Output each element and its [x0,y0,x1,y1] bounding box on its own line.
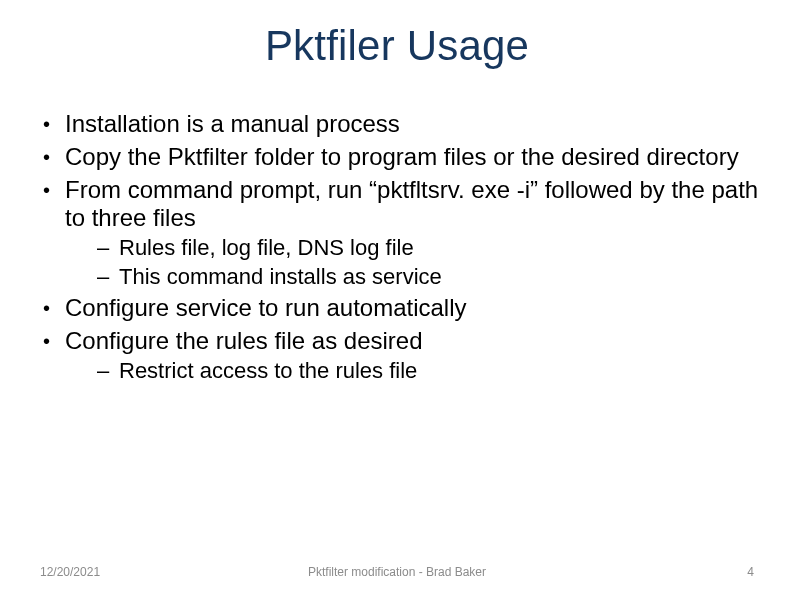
slide: Pktfiler Usage Installation is a manual … [0,0,794,595]
list-item: Configure service to run automatically [35,294,759,323]
bullet-text: Configure service to run automatically [65,294,467,321]
list-item: Restrict access to the rules file [65,358,759,384]
slide-body: Installation is a manual process Copy th… [35,110,759,388]
bullet-text: Copy the Pktfilter folder to program fil… [65,143,739,170]
list-item: This command installs as service [65,264,759,290]
list-item: Installation is a manual process [35,110,759,139]
list-item: Copy the Pktfilter folder to program fil… [35,143,759,172]
bullet-text: Rules file, log file, DNS log file [119,235,414,260]
list-item: Configure the rules file as desired Rest… [35,327,759,384]
bullet-text: Configure the rules file as desired [65,327,423,354]
bullet-text: Installation is a manual process [65,110,400,137]
bullet-list: Installation is a manual process Copy th… [35,110,759,384]
sub-list: Restrict access to the rules file [65,358,759,384]
sub-list: Rules file, log file, DNS log file This … [65,235,759,290]
slide-footer: 12/20/2021 Pktfilter modification - Brad… [0,559,794,579]
slide-title: Pktfiler Usage [0,22,794,70]
footer-center: Pktfilter modification - Brad Baker [0,565,794,579]
list-item: From command prompt, run “pktfltsrv. exe… [35,176,759,290]
list-item: Rules file, log file, DNS log file [65,235,759,261]
bullet-text: This command installs as service [119,264,442,289]
bullet-text: Restrict access to the rules file [119,358,417,383]
bullet-text: From command prompt, run “pktfltsrv. exe… [65,176,758,232]
footer-page: 4 [747,565,754,579]
